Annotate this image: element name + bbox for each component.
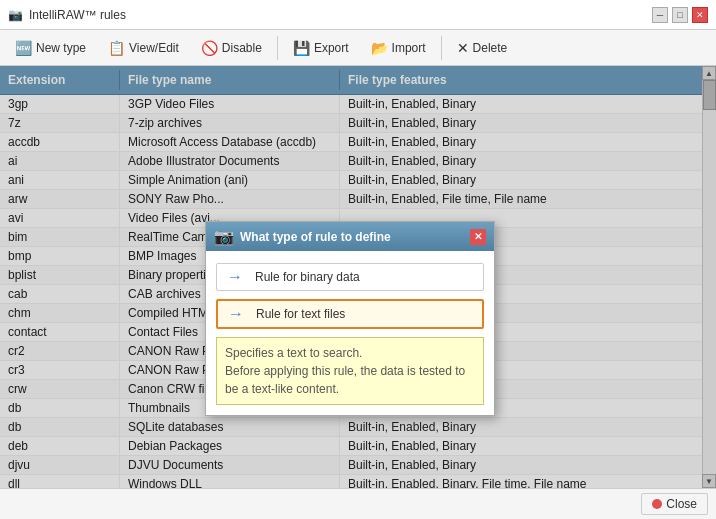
binary-data-label: Rule for binary data <box>255 270 360 284</box>
modal-title-bar: 📷 What type of rule to define ✕ <box>206 222 494 251</box>
title-bar-controls[interactable]: ─ □ ✕ <box>652 7 708 23</box>
status-bar: Close <box>0 488 716 519</box>
delete-button[interactable]: ✕ Delete <box>448 36 517 60</box>
table-container: Extension File type name File type featu… <box>0 66 716 488</box>
text-files-option[interactable]: → Rule for text files <box>216 299 484 329</box>
modal-overlay: 📷 What type of rule to define ✕ → Rule f… <box>0 66 716 488</box>
binary-data-option[interactable]: → Rule for binary data <box>216 263 484 291</box>
modal-body: → Rule for binary data → Rule for text f… <box>206 251 494 415</box>
maximize-button[interactable]: □ <box>672 7 688 23</box>
window-close-button[interactable]: ✕ <box>692 7 708 23</box>
title-bar: 📷 IntelliRAW™ rules ─ □ ✕ <box>0 0 716 30</box>
close-label: Close <box>666 497 697 511</box>
minimize-button[interactable]: ─ <box>652 7 668 23</box>
toolbar-separator-2 <box>441 36 442 60</box>
new-type-label: New type <box>36 41 86 55</box>
disable-label: Disable <box>222 41 262 55</box>
toolbar-separator-1 <box>277 36 278 60</box>
option-tooltip: Specifies a text to search. Before apply… <box>216 337 484 405</box>
delete-icon: ✕ <box>457 40 469 56</box>
new-type-icon: 🆕 <box>15 40 32 56</box>
import-icon: 📂 <box>371 40 388 56</box>
toolbar: 🆕 New type 📋 View/Edit 🚫 Disable 💾 Expor… <box>0 30 716 66</box>
import-button[interactable]: 📂 Import <box>362 36 435 60</box>
close-button[interactable]: Close <box>641 493 708 515</box>
text-arrow-icon: → <box>228 307 248 321</box>
modal-title: What type of rule to define <box>240 230 391 244</box>
modal-title-left: 📷 What type of rule to define <box>214 227 391 246</box>
view-edit-icon: 📋 <box>108 40 125 56</box>
disable-icon: 🚫 <box>201 40 218 56</box>
import-label: Import <box>392 41 426 55</box>
title-bar-left: 📷 IntelliRAW™ rules <box>8 8 126 22</box>
export-label: Export <box>314 41 349 55</box>
tooltip-line2: Before applying this rule, the data is t… <box>225 362 475 398</box>
text-files-label: Rule for text files <box>256 307 345 321</box>
modal-close-button[interactable]: ✕ <box>470 229 486 245</box>
rule-type-dialog: 📷 What type of rule to define ✕ → Rule f… <box>205 221 495 416</box>
disable-button[interactable]: 🚫 Disable <box>192 36 271 60</box>
binary-arrow-icon: → <box>227 270 247 284</box>
close-dot-icon <box>652 499 662 509</box>
view-edit-label: View/Edit <box>129 41 179 55</box>
window-title: IntelliRAW™ rules <box>29 8 126 22</box>
export-button[interactable]: 💾 Export <box>284 36 358 60</box>
tooltip-line1: Specifies a text to search. <box>225 344 475 362</box>
view-edit-button[interactable]: 📋 View/Edit <box>99 36 188 60</box>
modal-app-icon: 📷 <box>214 227 234 246</box>
new-type-button[interactable]: 🆕 New type <box>6 36 95 60</box>
export-icon: 💾 <box>293 40 310 56</box>
delete-label: Delete <box>473 41 508 55</box>
app-icon: 📷 <box>8 8 23 22</box>
